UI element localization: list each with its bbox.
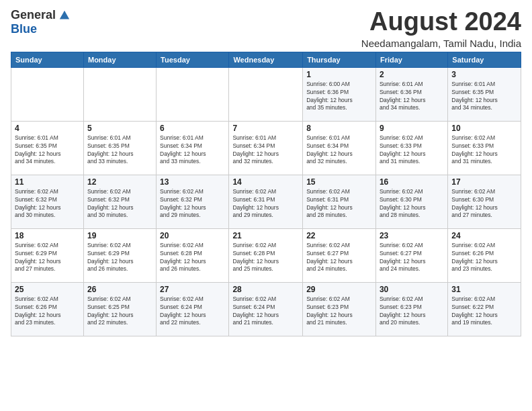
day-number: 18 (15, 231, 80, 240)
week-row-1: 1Sunrise: 6:00 AM Sunset: 6:36 PM Daylig… (11, 67, 521, 121)
day-number: 3 (451, 70, 517, 79)
day-info: Sunrise: 6:02 AM Sunset: 6:33 PM Dayligh… (451, 134, 517, 167)
day-number: 28 (232, 285, 299, 294)
calendar-cell-4-5: 22Sunrise: 6:02 AM Sunset: 6:27 PM Dayli… (303, 228, 376, 282)
week-row-3: 11Sunrise: 6:02 AM Sunset: 6:32 PM Dayli… (11, 175, 521, 228)
day-number: 4 (15, 124, 80, 133)
calendar-cell-2-1: 4Sunrise: 6:01 AM Sunset: 6:35 PM Daylig… (11, 121, 84, 175)
day-number: 13 (160, 177, 225, 187)
calendar-cell-4-2: 19Sunrise: 6:02 AM Sunset: 6:29 PM Dayli… (83, 228, 156, 282)
calendar-cell-4-3: 20Sunrise: 6:02 AM Sunset: 6:28 PM Dayli… (157, 228, 229, 282)
day-info: Sunrise: 6:02 AM Sunset: 6:33 PM Dayligh… (380, 134, 444, 167)
day-info: Sunrise: 6:01 AM Sunset: 6:35 PM Dayligh… (451, 81, 517, 113)
day-number: 23 (380, 231, 444, 240)
day-info: Sunrise: 6:01 AM Sunset: 6:34 PM Dayligh… (160, 134, 225, 167)
calendar-cell-5-2: 26Sunrise: 6:02 AM Sunset: 6:25 PM Dayli… (83, 282, 156, 336)
day-info: Sunrise: 6:02 AM Sunset: 6:31 PM Dayligh… (306, 188, 372, 220)
header-tuesday: Tuesday (157, 52, 229, 67)
calendar-cell-3-7: 17Sunrise: 6:02 AM Sunset: 6:30 PM Dayli… (448, 175, 521, 228)
day-info: Sunrise: 6:02 AM Sunset: 6:24 PM Dayligh… (232, 295, 299, 328)
calendar-cell-2-2: 5Sunrise: 6:01 AM Sunset: 6:35 PM Daylig… (83, 121, 156, 175)
day-info: Sunrise: 6:02 AM Sunset: 6:29 PM Dayligh… (87, 242, 152, 274)
day-info: Sunrise: 6:02 AM Sunset: 6:25 PM Dayligh… (87, 295, 152, 328)
calendar-cell-4-4: 21Sunrise: 6:02 AM Sunset: 6:28 PM Dayli… (229, 228, 303, 282)
day-number: 26 (87, 285, 152, 294)
day-info: Sunrise: 6:01 AM Sunset: 6:34 PM Dayligh… (306, 134, 372, 167)
calendar-cell-1-3 (157, 67, 229, 121)
day-number: 25 (15, 285, 80, 294)
day-number: 24 (451, 231, 517, 240)
calendar-cell-1-1 (11, 67, 84, 121)
header-friday: Friday (375, 52, 447, 67)
day-number: 27 (160, 285, 225, 294)
day-info: Sunrise: 6:02 AM Sunset: 6:30 PM Dayligh… (380, 188, 444, 220)
day-info: Sunrise: 6:02 AM Sunset: 6:26 PM Dayligh… (15, 295, 80, 328)
day-number: 11 (15, 177, 80, 187)
day-number: 2 (380, 70, 444, 79)
page-container: General Blue August 2024 Needamangalam, … (0, 0, 532, 342)
day-info: Sunrise: 6:02 AM Sunset: 6:28 PM Dayligh… (232, 242, 299, 274)
location-title: Needamangalam, Tamil Nadu, India (361, 38, 521, 49)
day-info: Sunrise: 6:02 AM Sunset: 6:32 PM Dayligh… (160, 188, 225, 220)
day-number: 8 (306, 124, 372, 133)
day-number: 16 (380, 177, 444, 187)
calendar-cell-4-6: 23Sunrise: 6:02 AM Sunset: 6:27 PM Dayli… (375, 228, 447, 282)
calendar-cell-5-3: 27Sunrise: 6:02 AM Sunset: 6:24 PM Dayli… (157, 282, 229, 336)
calendar-cell-3-6: 16Sunrise: 6:02 AM Sunset: 6:30 PM Dayli… (375, 175, 447, 228)
day-number: 5 (87, 124, 152, 133)
header-sunday: Sunday (11, 52, 84, 67)
calendar-cell-4-1: 18Sunrise: 6:02 AM Sunset: 6:29 PM Dayli… (11, 228, 84, 282)
calendar-cell-3-4: 14Sunrise: 6:02 AM Sunset: 6:31 PM Dayli… (229, 175, 303, 228)
day-number: 31 (451, 285, 517, 294)
day-number: 14 (232, 177, 299, 187)
header-thursday: Thursday (303, 52, 376, 67)
logo: General Blue (11, 8, 71, 36)
day-number: 6 (160, 124, 225, 133)
day-info: Sunrise: 6:02 AM Sunset: 6:26 PM Dayligh… (451, 242, 517, 274)
day-info: Sunrise: 6:02 AM Sunset: 6:23 PM Dayligh… (380, 295, 444, 328)
header-monday: Monday (83, 52, 156, 67)
day-info: Sunrise: 6:01 AM Sunset: 6:36 PM Dayligh… (380, 81, 444, 113)
svg-marker-0 (60, 10, 69, 19)
calendar-cell-1-2 (83, 67, 156, 121)
calendar-cell-2-7: 10Sunrise: 6:02 AM Sunset: 6:33 PM Dayli… (448, 121, 521, 175)
calendar-cell-5-6: 30Sunrise: 6:02 AM Sunset: 6:23 PM Dayli… (375, 282, 447, 336)
day-info: Sunrise: 6:01 AM Sunset: 6:34 PM Dayligh… (232, 134, 299, 167)
logo-blue-text: Blue (11, 22, 37, 36)
calendar-cell-3-3: 13Sunrise: 6:02 AM Sunset: 6:32 PM Dayli… (157, 175, 229, 228)
calendar-cell-1-5: 1Sunrise: 6:00 AM Sunset: 6:36 PM Daylig… (303, 67, 376, 121)
calendar-cell-1-6: 2Sunrise: 6:01 AM Sunset: 6:36 PM Daylig… (375, 67, 447, 121)
day-info: Sunrise: 6:01 AM Sunset: 6:35 PM Dayligh… (87, 134, 152, 167)
header-wednesday: Wednesday (229, 52, 303, 67)
day-info: Sunrise: 6:02 AM Sunset: 6:32 PM Dayligh… (15, 188, 80, 220)
day-info: Sunrise: 6:02 AM Sunset: 6:30 PM Dayligh… (451, 188, 517, 220)
calendar-cell-1-4 (229, 67, 303, 121)
header: General Blue August 2024 Needamangalam, … (11, 8, 521, 49)
day-info: Sunrise: 6:02 AM Sunset: 6:27 PM Dayligh… (306, 242, 372, 274)
week-row-2: 4Sunrise: 6:01 AM Sunset: 6:35 PM Daylig… (11, 121, 521, 175)
day-number: 19 (87, 231, 152, 240)
calendar-cell-2-5: 8Sunrise: 6:01 AM Sunset: 6:34 PM Daylig… (303, 121, 376, 175)
day-info: Sunrise: 6:01 AM Sunset: 6:35 PM Dayligh… (15, 134, 80, 167)
header-saturday: Saturday (448, 52, 521, 67)
day-number: 7 (232, 124, 299, 133)
day-number: 30 (380, 285, 444, 294)
day-number: 1 (306, 70, 372, 79)
day-number: 22 (306, 231, 372, 240)
day-info: Sunrise: 6:02 AM Sunset: 6:32 PM Dayligh… (87, 188, 152, 220)
day-number: 29 (306, 285, 372, 294)
day-number: 15 (306, 177, 372, 187)
calendar-cell-5-4: 28Sunrise: 6:02 AM Sunset: 6:24 PM Dayli… (229, 282, 303, 336)
day-info: Sunrise: 6:00 AM Sunset: 6:36 PM Dayligh… (306, 81, 372, 113)
weekday-header-row: Sunday Monday Tuesday Wednesday Thursday… (11, 52, 521, 67)
day-number: 10 (451, 124, 517, 133)
day-info: Sunrise: 6:02 AM Sunset: 6:27 PM Dayligh… (380, 242, 444, 274)
calendar-table: Sunday Monday Tuesday Wednesday Thursday… (11, 52, 521, 336)
calendar-cell-3-1: 11Sunrise: 6:02 AM Sunset: 6:32 PM Dayli… (11, 175, 84, 228)
day-number: 21 (232, 231, 299, 240)
day-number: 17 (451, 177, 517, 187)
title-block: August 2024 Needamangalam, Tamil Nadu, I… (361, 8, 521, 49)
calendar-cell-2-3: 6Sunrise: 6:01 AM Sunset: 6:34 PM Daylig… (157, 121, 229, 175)
month-title: August 2024 (361, 8, 521, 36)
calendar-cell-3-5: 15Sunrise: 6:02 AM Sunset: 6:31 PM Dayli… (303, 175, 376, 228)
